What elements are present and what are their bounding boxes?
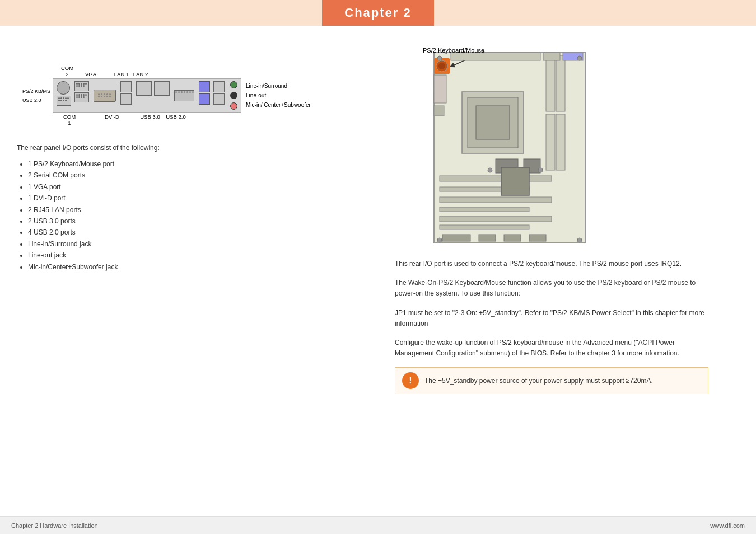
side-labels: PS/2 KB/MS USB 2.0 xyxy=(22,88,50,103)
label-dvid: DVI-D xyxy=(102,114,122,126)
warning-icon: ! xyxy=(402,372,419,389)
svg-rect-23 xyxy=(504,235,521,241)
footer-left: Chapter 2 Hardware Installation xyxy=(11,522,98,529)
port-usb-t2 xyxy=(120,93,132,105)
port-column-usb-top xyxy=(120,81,132,110)
list-item: 4 USB 2.0 ports xyxy=(28,227,361,238)
list-item: Mic-in/Center+Subwoofer jack xyxy=(28,261,361,273)
port-column-1 xyxy=(57,81,71,110)
svg-rect-7 xyxy=(556,55,565,111)
para-4: Configure the wake-up function of PS/2 k… xyxy=(395,338,708,359)
svg-point-3 xyxy=(438,63,445,69)
right-text-area: This rear I/O port is used to connect a … xyxy=(389,259,745,394)
warning-box: ! The +5V_standby power source of your p… xyxy=(395,367,708,394)
port-column-2 xyxy=(74,81,89,110)
label-vga: VGA xyxy=(80,71,102,77)
svg-point-36 xyxy=(488,168,492,172)
port-audio-linein xyxy=(230,81,237,88)
svg-rect-16 xyxy=(440,207,529,212)
list-item: 1 DVI-D port xyxy=(28,193,361,204)
ps2-keyboard-label: PS/2 Keyboard/Mouse xyxy=(423,47,484,54)
footer-right: www.dfi.com xyxy=(710,522,745,529)
port-usb30-1 xyxy=(199,81,210,92)
label-com2: COM 2 xyxy=(59,65,75,77)
label-usb30: USB 3.0 xyxy=(140,114,160,126)
port-com1-b xyxy=(74,92,89,102)
svg-rect-21 xyxy=(442,235,470,241)
svg-rect-17 xyxy=(440,216,552,222)
left-panel: COM 2 VGA LAN 1 LAN 2 PS/2 KB/MS USB 2.0 xyxy=(0,26,378,516)
port-column-lan2 xyxy=(154,81,170,110)
port-column-dvi xyxy=(174,81,194,110)
list-item: Line-in/Surround jack xyxy=(28,238,361,250)
para-1: This rear I/O port is used to connect a … xyxy=(395,259,708,269)
port-column-vga xyxy=(94,81,116,110)
port-column-lan1 xyxy=(136,81,152,110)
header-title-box: Chapter 2 xyxy=(322,0,434,26)
svg-rect-31 xyxy=(501,167,529,195)
svg-point-32 xyxy=(437,56,442,60)
list-item: Line-out jack xyxy=(28,250,361,261)
ports-panel xyxy=(53,78,241,113)
port-vga-visual xyxy=(94,90,116,102)
warning-text: The +5V_standby power source of your pow… xyxy=(424,377,653,385)
label-usb20-left: USB 2.0 xyxy=(22,97,50,103)
port-ps2 xyxy=(57,81,70,95)
svg-rect-28 xyxy=(451,53,540,60)
list-item: 2 Serial COM ports xyxy=(28,170,361,181)
svg-rect-13 xyxy=(440,176,552,181)
svg-rect-24 xyxy=(529,235,546,241)
port-lan1-visual xyxy=(136,81,152,96)
svg-rect-6 xyxy=(546,55,555,111)
label-com1: COM 1 xyxy=(62,114,77,126)
audio-label-linein: Line-in/Surround xyxy=(246,83,311,89)
description-text: The rear panel I/O ports consist of the … xyxy=(17,143,361,153)
motherboard-svg xyxy=(406,47,596,254)
audio-lineout-label: Line-out xyxy=(246,92,266,99)
port-audio-lineout xyxy=(230,92,237,99)
right-panel: PS/2 Keyboard/Mouse xyxy=(378,26,756,516)
audio-label-micin: Mic-in/ Center+Subwoofer xyxy=(246,102,311,108)
list-item: 2 USB 3.0 ports xyxy=(28,216,361,227)
bottom-labels-row: COM 1 DVI-D USB 3.0 USB 2.0 xyxy=(62,114,361,126)
label-ps2kbms: PS/2 KB/MS xyxy=(22,88,50,94)
label-lan1: LAN 1 xyxy=(113,71,130,77)
svg-rect-9 xyxy=(556,114,565,170)
bullet-list: 1 PS/2 Keyboard/Mouse port2 Serial COM p… xyxy=(28,158,361,273)
svg-rect-22 xyxy=(479,235,496,241)
audio-label-lineout: Line-out xyxy=(246,92,311,99)
header-stripe-right xyxy=(434,0,756,26)
mb-diagram-area: PS/2 Keyboard/Mouse xyxy=(389,47,745,254)
list-item: 2 RJ45 LAN ports xyxy=(28,204,361,216)
port-com-top xyxy=(57,96,71,106)
port-column-usb20-b xyxy=(213,81,225,110)
io-diagram: COM 2 VGA LAN 1 LAN 2 PS/2 KB/MS USB 2.0 xyxy=(22,65,361,126)
svg-rect-12 xyxy=(476,106,510,139)
audio-labels: Line-in/Surround Line-out Mic-in/ Center… xyxy=(246,83,311,108)
port-column-audio xyxy=(230,81,237,110)
top-labels-row: COM 2 VGA LAN 1 LAN 2 xyxy=(22,65,361,77)
svg-point-34 xyxy=(437,238,442,242)
port-usb20-b1 xyxy=(213,81,225,92)
port-audio-micin xyxy=(230,102,237,110)
list-item: 1 PS/2 Keyboard/Mouse port xyxy=(28,158,361,170)
list-item: 1 VGA port xyxy=(28,181,361,193)
port-usb-t1 xyxy=(120,81,132,92)
svg-point-37 xyxy=(538,168,543,172)
port-column-usb30 xyxy=(199,81,210,110)
para-3: JP1 must be set to "2-3 On: +5V_standby"… xyxy=(395,308,708,329)
port-lan2-visual xyxy=(154,81,170,96)
audio-linein-label: Line-in/Surround xyxy=(246,83,287,89)
header-stripe-left xyxy=(0,0,322,26)
svg-rect-27 xyxy=(434,106,444,116)
page-header: Chapter 2 xyxy=(0,0,756,26)
chapter-title: Chapter 2 xyxy=(344,6,411,20)
svg-rect-8 xyxy=(546,114,555,170)
svg-rect-38 xyxy=(434,75,446,103)
main-content: COM 2 VGA LAN 1 LAN 2 PS/2 KB/MS USB 2.0 xyxy=(0,26,756,516)
port-usb20-b2 xyxy=(213,93,225,105)
port-usb30-2 xyxy=(199,93,210,105)
svg-point-33 xyxy=(577,56,582,60)
page-footer: Chapter 2 Hardware Installation www.dfi.… xyxy=(0,516,756,534)
para-2: The Wake-On-PS/2 Keyboard/Mouse function… xyxy=(395,278,708,299)
